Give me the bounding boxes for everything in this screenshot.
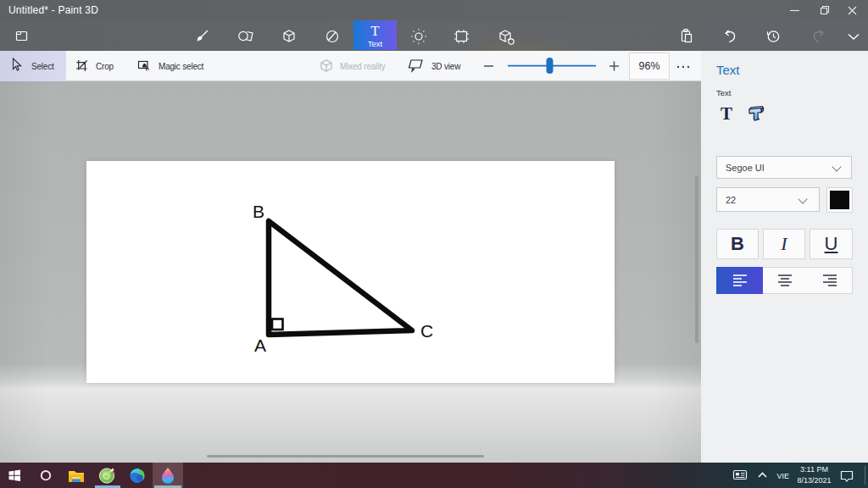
svg-text:96%: 96% bbox=[638, 60, 659, 72]
svg-text:3:11 PM: 3:11 PM bbox=[800, 465, 828, 474]
svg-text:VIE: VIE bbox=[777, 472, 790, 480]
svg-text:8/13/2021: 8/13/2021 bbox=[797, 476, 831, 485]
